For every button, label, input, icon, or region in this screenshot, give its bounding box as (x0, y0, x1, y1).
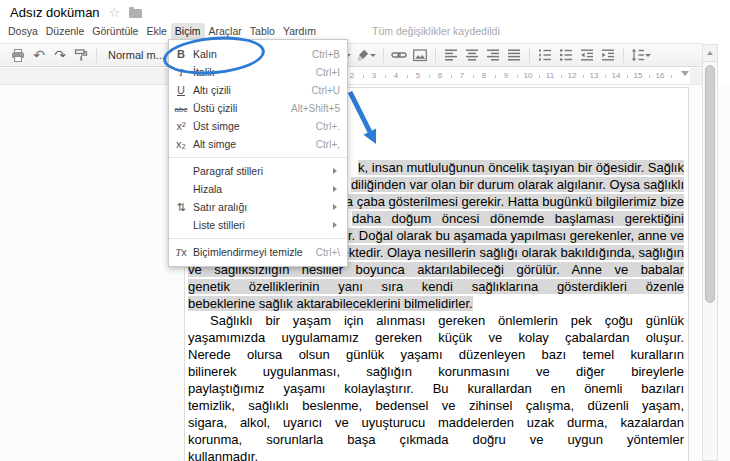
paint-format-button[interactable] (73, 46, 89, 64)
scroll-up-button[interactable] (703, 45, 717, 62)
vertical-scrollbar[interactable] (702, 44, 718, 461)
star-icon[interactable]: ☆ (109, 6, 121, 19)
ruler-scale: 2345678910111213141516 (0, 68, 702, 84)
ruler-number: 7 (460, 71, 464, 80)
menu-item-label: Kalın (193, 48, 217, 60)
doc-line[interactable]: temizlik, sağlıklı beslenme, bedensel ve… (188, 397, 684, 414)
ruler-tick (407, 75, 408, 78)
image-icon (413, 49, 427, 62)
document-canvas: k, insan mutluluğunun öncelik taşıyan bi… (0, 85, 730, 461)
paragraph-2: Sağlıklı bir yaşam için alınması gereken… (188, 312, 684, 461)
ruler: 2345678910111213141516 (0, 68, 702, 85)
decrease-indent-button[interactable] (579, 46, 595, 64)
undo-button[interactable]: ↶ (31, 46, 47, 64)
increase-indent-button[interactable] (600, 46, 616, 64)
ruler-tick (429, 75, 430, 78)
doc-line[interactable]: yaşamımızda uygulamamız gereken küçük ve… (188, 329, 684, 346)
line-spacing-icon (631, 48, 645, 62)
ruler-tick (495, 75, 496, 78)
ruler-tick (649, 75, 650, 78)
ruler-number: 16 (656, 71, 665, 80)
folder-icon[interactable] (129, 9, 142, 18)
title-bar: Adsız doküman ☆ (10, 5, 142, 20)
doc-line[interactable]: sigara, alkol, uyarıcı ve uyuşturucu mad… (188, 414, 684, 431)
format-menu-item[interactable]: UAltı çiziliCtrl+U (169, 81, 347, 99)
ruler-number: 8 (482, 71, 486, 80)
strikethrough-icon: abc (169, 103, 193, 114)
menu-item-shortcut: Ctrl+. (316, 121, 340, 132)
underline-icon: U (169, 85, 193, 96)
menu-item-label: Üst simge (193, 120, 240, 132)
doc-line[interactable]: genetik özelliklerinin yanı sıra kendi s… (188, 278, 684, 295)
align-left-button[interactable] (443, 46, 459, 64)
doc-line[interactable]: Sağlıklı bir yaşam için alınması gereken… (188, 312, 684, 329)
print-button[interactable] (10, 46, 26, 64)
menubar-item-7[interactable]: Yardım (279, 23, 320, 39)
scroll-up-icon (707, 48, 713, 55)
menu-item-label: İtalik (193, 66, 215, 78)
highlight-color-icon (356, 48, 370, 62)
right-indent-marker[interactable] (681, 71, 689, 80)
align-justify-button[interactable] (506, 46, 522, 64)
selected-text: mektedir. Olaya nesillerin sağlığı olara… (331, 245, 684, 260)
menu-item-label: Satır aralığı (193, 201, 247, 213)
ruler-tick (539, 75, 540, 78)
print-icon (11, 49, 25, 62)
doc-line[interactable]: kullanmadır. (188, 448, 684, 461)
numbered-list-button[interactable] (537, 46, 553, 64)
bulleted-list-icon (559, 48, 573, 62)
menubar-item-2[interactable]: Görüntüle (88, 23, 142, 39)
format-menu-item[interactable]: x²Üst simgeCtrl+. (169, 117, 347, 135)
selected-text: daha doğum öncesi dönemde başlaması gere… (352, 211, 684, 226)
line-spacing-button[interactable] (631, 46, 651, 64)
ruler-number: 12 (568, 71, 577, 80)
format-menu-item[interactable]: Hizala (169, 180, 347, 198)
menubar-item-6[interactable]: Tablo (246, 23, 279, 39)
format-menu-item[interactable]: IİtalikCtrl+I (169, 63, 347, 81)
redo-button[interactable]: ↷ (52, 46, 68, 64)
doc-line[interactable]: Nerede olursa olsun günlük yaşamı düzenl… (188, 346, 684, 363)
menubar-item-0[interactable]: Dosya (4, 23, 42, 39)
clear-format-icon: Tx (169, 247, 193, 258)
doc-line[interactable]: bebeklerine sağlık aktarabileceklerini b… (188, 295, 684, 312)
doc-line[interactable]: paylaştığımız yaşamı kolaylaştırır. Bu k… (188, 380, 684, 397)
menu-separator (169, 238, 347, 239)
ruler-tick (627, 75, 628, 78)
format-menu-item[interactable]: TxBiçimlendirmeyi temizleCtrl+\ (169, 243, 347, 261)
scrollbar-thumb[interactable] (705, 65, 715, 303)
menu-item-label: Biçimlendirmeyi temizle (193, 246, 303, 258)
menubar-item-5[interactable]: Araçlar (205, 23, 246, 39)
increase-indent-icon (601, 48, 615, 62)
subscript-icon: x₂ (169, 139, 193, 150)
bulleted-list-button[interactable] (558, 46, 574, 64)
highlight-color-button[interactable] (356, 46, 376, 64)
ruler-tick (561, 75, 562, 78)
align-center-button[interactable] (464, 46, 480, 64)
ruler-number: 9 (504, 71, 508, 80)
format-menu-item[interactable]: Liste stilleri (169, 216, 347, 234)
insert-image-button[interactable] (412, 46, 428, 64)
menu-item-shortcut: Ctrl+U (311, 85, 340, 96)
format-menu-item[interactable]: BKalınCtrl+B (169, 45, 347, 63)
format-menu-item[interactable]: Paragraf stilleri (169, 162, 347, 180)
format-menu-item[interactable]: x₂Alt simgeCtrl+, (169, 135, 347, 153)
menubar-item-3[interactable]: Ekle (142, 23, 170, 39)
google-docs-window: Adsız doküman ☆ DosyaDüzenleGörüntüleEkl… (0, 0, 730, 461)
format-menu-item[interactable]: ⇅Satır aralığı (169, 198, 347, 216)
ruler-tick (385, 75, 386, 78)
align-left-icon (444, 48, 458, 62)
document-title[interactable]: Adsız doküman (10, 5, 100, 20)
ruler-number: 13 (590, 71, 599, 80)
doc-line[interactable]: korunma, sorunlarla başa çıkmada doğru v… (188, 431, 684, 448)
ruler-number: 3 (372, 71, 376, 80)
menubar-item-1[interactable]: Düzenle (42, 23, 89, 39)
menubar-item-4[interactable]: Biçim (171, 23, 205, 39)
align-right-button[interactable] (485, 46, 501, 64)
ruler-tick (473, 75, 474, 78)
format-menu-item[interactable]: abcÜstü çiziliAlt+Shift+5 (169, 99, 347, 117)
insert-link-button[interactable] (391, 46, 407, 64)
doc-line[interactable]: bilinerek uygulanması, sağlığın korunmas… (188, 363, 684, 380)
ruler-tick (517, 75, 518, 78)
italic-icon: I (169, 67, 193, 78)
menu-item-shortcut: Alt+Shift+5 (291, 103, 340, 114)
